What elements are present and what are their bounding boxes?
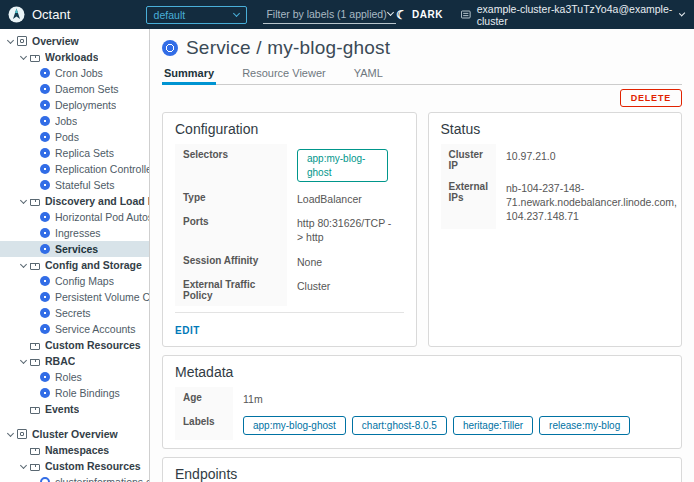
expand-chevron-icon[interactable] <box>4 433 17 436</box>
theme-toggle-label: DARK <box>412 9 443 20</box>
sidebar-item-replication-controllers[interactable]: Replication Controllers <box>0 161 149 177</box>
sidebar-item-secrets[interactable]: Secrets <box>0 305 149 321</box>
expand-chevron-icon[interactable] <box>17 56 30 59</box>
octant-logo-icon <box>8 6 25 23</box>
label-tag[interactable]: app:my-blog-ghost <box>243 416 346 436</box>
selector-tag[interactable]: app:my-blog-ghost <box>297 149 388 182</box>
status-row-cluster-ip: Cluster IP 10.97.21.0 <box>441 144 688 176</box>
sidebar-item-jobs[interactable]: Jobs <box>0 113 149 129</box>
namespace-dropdown-value: default <box>154 9 186 21</box>
resource-icon <box>40 372 50 382</box>
sidebar-item-overview[interactable]: Overview <box>0 33 149 49</box>
sidebar-item-roles[interactable]: Roles <box>0 369 149 385</box>
resource-icon <box>40 68 50 78</box>
configuration-footer: EDIT <box>175 312 404 338</box>
sidebar-item-namespaces[interactable]: Namespaces <box>0 442 149 458</box>
theme-toggle[interactable]: ☾ DARK <box>396 9 444 21</box>
resource-icon <box>40 308 50 318</box>
label-filter-input[interactable]: Filter by labels (1 applied) <box>263 5 395 24</box>
metadata-title: Metadata <box>175 364 669 380</box>
nav-item-label: Services <box>55 243 98 255</box>
sidebar-item-discovery-and-load-balancing[interactable]: Discovery and Load Balancing <box>0 193 149 209</box>
sidebar-item-deployments[interactable]: Deployments <box>0 97 149 113</box>
actions-row: DELETE <box>162 89 682 107</box>
status-label: Cluster IP <box>441 144 496 176</box>
sidebar-item-cluster-overview[interactable]: Cluster Overview <box>0 426 149 442</box>
resource-icon <box>40 84 50 94</box>
sidebar-item-ingresses[interactable]: Ingresses <box>0 225 149 241</box>
sidebar-item-cron-jobs[interactable]: Cron Jobs <box>0 65 149 81</box>
resource-icon <box>40 212 50 222</box>
sidebar-item-custom-resources[interactable]: Custom Resources <box>0 337 149 353</box>
edit-link[interactable]: EDIT <box>175 325 200 336</box>
resource-icon <box>40 228 50 238</box>
sidebar-item-config-and-storage[interactable]: Config and Storage <box>0 257 149 273</box>
nav-item-label: Replication Controllers <box>55 163 149 175</box>
sidebar-item-replica-sets[interactable]: Replica Sets <box>0 145 149 161</box>
label-tag[interactable]: chart:ghost-8.0.5 <box>352 416 447 436</box>
sidebar-item-services[interactable]: Services <box>0 241 149 257</box>
expand-chevron-icon[interactable] <box>17 264 30 267</box>
nav-item-label: Ingresses <box>55 227 101 239</box>
metadata-table: Age 11m Labels app:my-blog-ghostchart:gh… <box>175 387 669 441</box>
folder-icon <box>30 263 40 270</box>
sidebar-item-persistent-volume-claims[interactable]: Persistent Volume Claims <box>0 289 149 305</box>
tab-summary[interactable]: Summary <box>162 65 216 84</box>
sidebar-item-workloads[interactable]: Workloads <box>0 49 149 65</box>
config-row-ports: Ports http 80:31626/TCP -> http <box>175 211 404 249</box>
expand-chevron-icon[interactable] <box>17 360 30 363</box>
sidebar-item-config-maps[interactable]: Config Maps <box>0 273 149 289</box>
label-tag[interactable]: release:my-blog <box>539 416 630 436</box>
label-tag[interactable]: heritage:Tiller <box>453 416 533 436</box>
expand-chevron-icon[interactable] <box>17 465 30 468</box>
sidebar-item-pods[interactable]: Pods <box>0 129 149 145</box>
status-value: nb-104-237-148-71.newark.nodebalancer.li… <box>496 176 687 229</box>
sidebar-item-clusterinformations-crd-projec[interactable]: clusterinformations.crd.projec <box>0 474 149 482</box>
resource-icon <box>40 244 50 254</box>
nav-item-label: Pods <box>55 131 79 143</box>
tab-yaml[interactable]: YAML <box>352 65 385 84</box>
sidebar-item-role-bindings[interactable]: Role Bindings <box>0 385 149 401</box>
delete-button[interactable]: DELETE <box>620 89 682 107</box>
metadata-age-value: 11m <box>233 387 669 411</box>
expand-chevron-icon[interactable] <box>17 200 30 203</box>
endpoints-card: Endpoints Target IP Node Name my-blog-gh… <box>162 457 682 482</box>
moon-icon: ☾ <box>394 7 408 21</box>
sidebar-item-events[interactable]: Events <box>0 401 149 417</box>
context-selector[interactable]: example-cluster-ka3TuTzYo4a@example-clus… <box>461 3 684 27</box>
configuration-card: Configuration Selectors app:my-blog-ghos… <box>162 112 417 347</box>
resource-outline-icon <box>40 477 50 482</box>
sidebar: Overview Workloads Cron Jobs Daemon Sets… <box>0 29 150 482</box>
resource-icon <box>40 292 50 302</box>
folder-icon <box>30 464 40 471</box>
summary-cards-row: Configuration Selectors app:my-blog-ghos… <box>162 112 682 355</box>
configuration-title: Configuration <box>175 121 404 137</box>
sidebar-item-stateful-sets[interactable]: Stateful Sets <box>0 177 149 193</box>
chevron-down-icon <box>678 10 685 17</box>
nav-item-label: Roles <box>55 371 82 383</box>
expand-chevron-icon[interactable] <box>4 40 17 43</box>
nav-item-label: RBAC <box>45 355 75 367</box>
app-title: Octant <box>32 7 70 22</box>
sidebar-item-horizontal-pod-autoscalers[interactable]: Horizontal Pod Autoscalers <box>0 209 149 225</box>
sidebar-item-daemon-sets[interactable]: Daemon Sets <box>0 81 149 97</box>
tab-resource-viewer[interactable]: Resource Viewer <box>240 65 328 84</box>
nav-item-label: Config Maps <box>55 275 114 287</box>
folder-icon <box>30 359 40 366</box>
config-label: Type <box>175 187 287 211</box>
sidebar-item-service-accounts[interactable]: Service Accounts <box>0 321 149 337</box>
config-label: Ports <box>175 211 287 249</box>
resource-icon <box>40 116 50 126</box>
nav-item-label: Custom Resources <box>45 339 141 351</box>
nav-item-label: Jobs <box>55 115 77 127</box>
sidebar-item-rbac[interactable]: RBAC <box>0 353 149 369</box>
folder-icon <box>30 407 40 414</box>
app-header: Octant default Filter by labels (1 appli… <box>0 0 694 29</box>
namespace-dropdown[interactable]: default <box>146 6 248 24</box>
tab-bar: Summary Resource Viewer YAML <box>162 65 682 85</box>
config-value: http 80:31626/TCP -> http <box>287 211 404 249</box>
nav-item-label: Custom Resources <box>45 460 141 472</box>
sidebar-item-custom-resources[interactable]: Custom Resources <box>0 458 149 474</box>
metadata-card: Metadata Age 11m Labels app:my-blog-ghos… <box>162 355 682 450</box>
config-value: None <box>287 250 404 274</box>
